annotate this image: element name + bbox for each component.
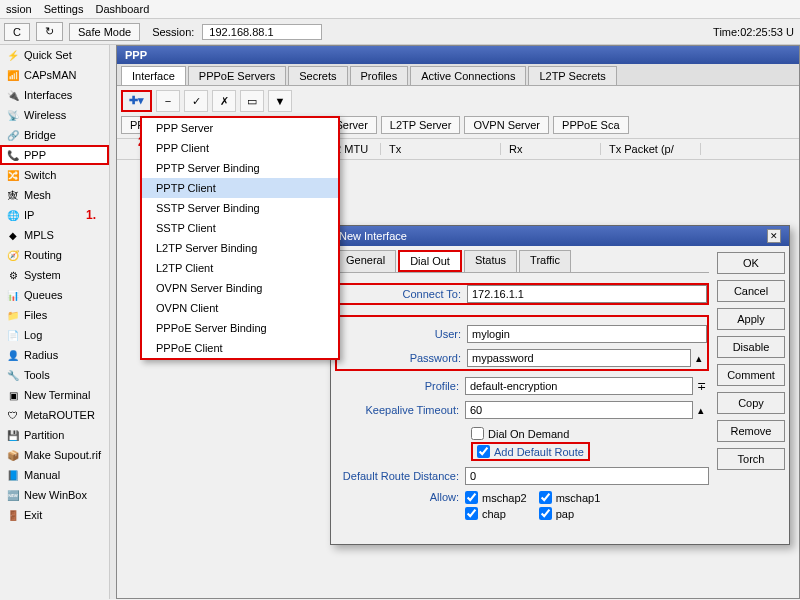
enable-button[interactable]: ✓ [184, 90, 208, 112]
sidebar-item-new-winbox[interactable]: 🆕New WinBox [0, 485, 109, 505]
sidebar-item-make-supout-rif[interactable]: 📦Make Supout.rif [0, 445, 109, 465]
dial-on-demand-checkbox[interactable] [471, 427, 484, 440]
sidebar-item-quick-set[interactable]: ⚡Quick Set [0, 45, 109, 65]
dropdown-pppoe-server-binding[interactable]: PPPoE Server Binding [142, 318, 338, 338]
sidebar-item-switch[interactable]: 🔀Switch [0, 165, 109, 185]
dropdown-ppp-server[interactable]: PPP Server [142, 118, 338, 138]
sidebar-item-radius[interactable]: 👤Radius [0, 345, 109, 365]
refresh-button[interactable]: ↻ [36, 22, 63, 41]
cancel-button[interactable]: Cancel [717, 280, 785, 302]
menu-settings[interactable]: Settings [44, 3, 84, 15]
sidebar-item-mpls[interactable]: ◆MPLS [0, 225, 109, 245]
allow-pap-checkbox[interactable] [539, 507, 552, 520]
dropdown-pptp-client[interactable]: PPTP Client [142, 178, 338, 198]
keepalive-label: Keepalive Timeout: [335, 404, 465, 416]
sidebar-item-manual[interactable]: 📘Manual [0, 465, 109, 485]
drd-input[interactable] [465, 467, 709, 485]
wireless-icon: 📡 [6, 108, 20, 122]
dropdown-sstp-client[interactable]: SSTP Client [142, 218, 338, 238]
keepalive-input[interactable] [465, 401, 693, 419]
tab-pppoe-servers[interactable]: PPPoE Servers [188, 66, 286, 85]
sidebar-item-exit[interactable]: 🚪Exit [0, 505, 109, 525]
profile-select[interactable] [465, 377, 693, 395]
remove-button[interactable]: − [156, 90, 180, 112]
menu-bar: ssion Settings Dashboard [0, 0, 800, 19]
filter-button[interactable]: ▼ [268, 90, 292, 112]
sidebar-item-capsman[interactable]: 📶CAPsMAN [0, 65, 109, 85]
dropdown-ovpn-client[interactable]: OVPN Client [142, 298, 338, 318]
dlg-tab-general[interactable]: General [335, 250, 396, 272]
dropdown-pppoe-client[interactable]: PPPoE Client [142, 338, 338, 358]
comment-button[interactable]: ▭ [240, 90, 264, 112]
log-icon: 📄 [6, 328, 20, 342]
sidebar-item-interfaces[interactable]: 🔌Interfaces [0, 85, 109, 105]
dropdown-sstp-server-binding[interactable]: SSTP Server Binding [142, 198, 338, 218]
safe-mode-button[interactable]: Safe Mode [69, 23, 140, 41]
l2tp-server-button[interactable]: L2TP Server [381, 116, 461, 134]
user-input[interactable] [467, 325, 707, 343]
tab-secrets[interactable]: Secrets [288, 66, 347, 85]
dropdown-pptp-server-binding[interactable]: PPTP Server Binding [142, 158, 338, 178]
tab-l2tp-secrets[interactable]: L2TP Secrets [528, 66, 616, 85]
col-header[interactable]: Tx Packet (p/ [601, 143, 701, 155]
dropdown-l2tp-server-binding[interactable]: L2TP Server Binding [142, 238, 338, 258]
close-icon[interactable]: ✕ [767, 229, 781, 243]
dialog-title-bar[interactable]: New Interface ✕ [331, 226, 789, 246]
sidebar-item-tools[interactable]: 🔧Tools [0, 365, 109, 385]
sidebar-item-wireless[interactable]: 📡Wireless [0, 105, 109, 125]
dlg-tab-dial-out[interactable]: Dial Out [398, 250, 462, 272]
dlg-tab-status[interactable]: Status [464, 250, 517, 272]
dialog-buttons: OKCancelApplyDisableCommentCopyRemoveTor… [713, 246, 789, 544]
allow-mschap1-checkbox[interactable] [539, 491, 552, 504]
ok-button[interactable]: OK [717, 252, 785, 274]
sidebar-item-queues[interactable]: 📊Queues [0, 285, 109, 305]
pppoe-sca-button[interactable]: PPPoE Sca [553, 116, 628, 134]
menu-session[interactable]: ssion [6, 3, 32, 15]
profile-label: Profile: [335, 380, 465, 392]
apply-button[interactable]: Apply [717, 308, 785, 330]
queues-icon: 📊 [6, 288, 20, 302]
dlg-tab-traffic[interactable]: Traffic [519, 250, 571, 272]
sidebar-item-files[interactable]: 📁Files [0, 305, 109, 325]
dropdown-l2tp-client[interactable]: L2TP Client [142, 258, 338, 278]
back-button[interactable]: C [4, 23, 30, 41]
add-default-route-checkbox[interactable] [477, 445, 490, 458]
add-button[interactable]: ✚▾ [121, 90, 152, 112]
dropdown-ovpn-server-binding[interactable]: OVPN Server Binding [142, 278, 338, 298]
tab-interface[interactable]: Interface [121, 66, 186, 85]
tab-active-connections[interactable]: Active Connections [410, 66, 526, 85]
sidebar-item-bridge[interactable]: 🔗Bridge [0, 125, 109, 145]
sidebar: ⚡Quick Set📶CAPsMAN🔌Interfaces📡Wireless🔗B… [0, 45, 110, 599]
sidebar-item-partition[interactable]: 💾Partition [0, 425, 109, 445]
sidebar-item-routing[interactable]: 🧭Routing [0, 245, 109, 265]
comment-button[interactable]: Comment [717, 364, 785, 386]
sidebar-item-metarouter[interactable]: 🛡MetaROUTER [0, 405, 109, 425]
tab-profiles[interactable]: Profiles [350, 66, 409, 85]
col-header[interactable]: Rx [501, 143, 601, 155]
remove-button[interactable]: Remove [717, 420, 785, 442]
password-input[interactable] [467, 349, 691, 367]
new terminal-icon: ▣ [6, 388, 20, 402]
quick set-icon: ⚡ [6, 48, 20, 62]
sidebar-item-ppp[interactable]: 📞PPP [0, 145, 109, 165]
col-header[interactable]: Tx [381, 143, 501, 155]
sidebar-item-new-terminal[interactable]: ▣New Terminal [0, 385, 109, 405]
copy-button[interactable]: Copy [717, 392, 785, 414]
disable-button[interactable]: ✗ [212, 90, 236, 112]
dropdown-icon[interactable]: ∓ [693, 380, 709, 393]
allow-mschap2-checkbox[interactable] [465, 491, 478, 504]
up-icon[interactable]: ▴ [693, 404, 709, 417]
allow-chap-checkbox[interactable] [465, 507, 478, 520]
connect-to-input[interactable] [467, 285, 707, 303]
ovpn-server-button[interactable]: OVPN Server [464, 116, 549, 134]
dropdown-ppp-client[interactable]: PPP Client [142, 138, 338, 158]
sidebar-item-system[interactable]: ⚙System [0, 265, 109, 285]
pw-toggle-icon[interactable]: ▴ [691, 352, 707, 365]
user-label: User: [337, 328, 467, 340]
disable-button[interactable]: Disable [717, 336, 785, 358]
files-icon: 📁 [6, 308, 20, 322]
menu-dashboard[interactable]: Dashboard [95, 3, 149, 15]
sidebar-item-log[interactable]: 📄Log [0, 325, 109, 345]
sidebar-item-mesh[interactable]: 🕸Mesh [0, 185, 109, 205]
torch-button[interactable]: Torch [717, 448, 785, 470]
